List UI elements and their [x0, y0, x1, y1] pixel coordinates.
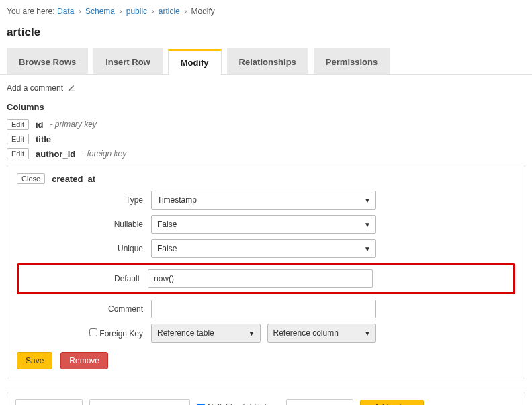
- column-name: title: [36, 134, 51, 144]
- column-edit-panel: Close created_at Type Timestamp ▼ Nullab…: [7, 165, 525, 379]
- type-select[interactable]: Timestamp: [151, 191, 376, 210]
- edit-icon: [67, 84, 75, 92]
- default-input[interactable]: [148, 269, 373, 288]
- chevron-right-icon: ›: [79, 7, 81, 16]
- default-label: Default: [26, 274, 148, 283]
- add-comment-label: Add a comment: [7, 83, 63, 93]
- tab-insert-row[interactable]: Insert Row: [93, 48, 162, 74]
- new-column-default-input[interactable]: [286, 399, 353, 405]
- tab-modify[interactable]: Modify: [168, 49, 222, 75]
- add-comment-link[interactable]: Add a comment: [7, 83, 75, 93]
- unique-label: Unique: [17, 244, 151, 253]
- tab-permissions[interactable]: Permissions: [314, 48, 390, 74]
- default-highlight: Default: [17, 263, 515, 294]
- fk-ref-table-select[interactable]: Reference table: [151, 324, 261, 343]
- remove-button[interactable]: Remove: [60, 352, 108, 369]
- unique-select[interactable]: False: [151, 239, 376, 258]
- breadcrumb: You are here: Data › Schema › public › a…: [0, 0, 532, 21]
- column-row: Edit title: [7, 134, 525, 144]
- breadcrumb-current: Modify: [191, 7, 214, 16]
- column-name: id: [36, 120, 44, 130]
- comment-label: Comment: [17, 304, 151, 314]
- column-row: Edit id - primary key: [7, 119, 525, 130]
- add-column-button[interactable]: + Add column: [360, 400, 424, 405]
- page-title: article: [0, 21, 532, 48]
- type-label: Type: [17, 195, 151, 205]
- column-name: author_id: [36, 149, 75, 159]
- nullable-label: Nullable: [17, 220, 151, 229]
- new-column-type-select[interactable]: -- type --: [89, 399, 190, 405]
- breadcrumb-link[interactable]: public: [126, 7, 147, 16]
- foreign-key-label: Foreign Key: [17, 328, 151, 339]
- comment-input[interactable]: [151, 300, 376, 318]
- breadcrumb-prefix: You are here:: [7, 7, 55, 16]
- column-row: Edit author_id - foreign key: [7, 148, 525, 159]
- columns-header: Columns: [7, 102, 525, 112]
- breadcrumb-link[interactable]: Schema: [85, 7, 115, 16]
- foreign-key-checkbox[interactable]: [89, 328, 97, 336]
- column-meta: - foreign key: [82, 149, 126, 159]
- chevron-right-icon: ›: [184, 7, 187, 16]
- breadcrumb-link[interactable]: article: [159, 7, 180, 16]
- breadcrumb-link[interactable]: Data: [57, 7, 74, 16]
- nullable-select[interactable]: False: [151, 215, 376, 234]
- open-column-name: created_at: [52, 174, 95, 184]
- column-meta: - primary key: [50, 120, 97, 129]
- tabs: Browse Rows Insert Row Modify Relationsh…: [0, 48, 532, 75]
- tab-browse-rows[interactable]: Browse Rows: [7, 48, 88, 74]
- new-column-name-input[interactable]: [15, 399, 83, 405]
- chevron-right-icon: ›: [119, 7, 122, 16]
- edit-button[interactable]: Edit: [7, 134, 29, 144]
- fk-ref-column-select[interactable]: Reference column: [267, 324, 377, 343]
- tab-relationships[interactable]: Relationships: [227, 48, 308, 74]
- chevron-right-icon: ›: [151, 7, 154, 16]
- edit-button[interactable]: Edit: [7, 148, 29, 159]
- add-column-panel: -- type -- ▼ Nullable Unique + Add colum…: [7, 392, 525, 405]
- close-button[interactable]: Close: [17, 173, 45, 184]
- edit-button[interactable]: Edit: [7, 119, 29, 130]
- save-button[interactable]: Save: [17, 352, 52, 369]
